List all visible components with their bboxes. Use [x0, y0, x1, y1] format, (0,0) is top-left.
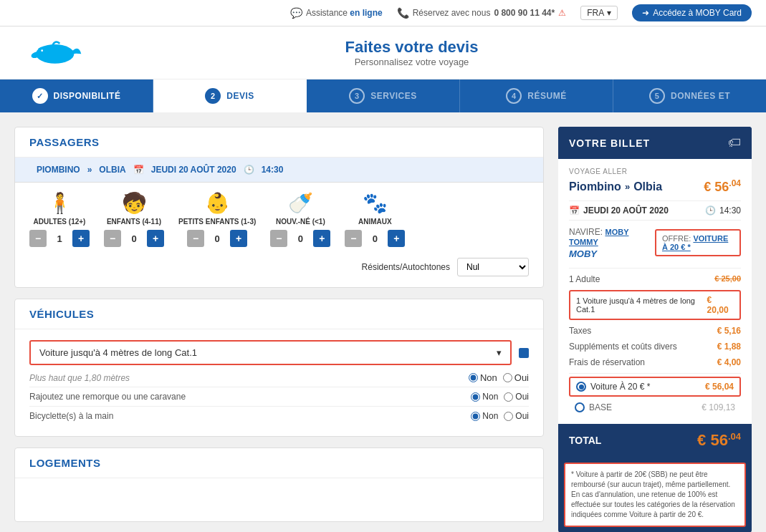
vehicle-dropdown[interactable]: Voiture jusqu'à 4 mètres de long Cat.1 ▾: [29, 340, 512, 365]
step-3-services[interactable]: 3 SERVICES: [307, 79, 460, 112]
adultes-counter: − 1 +: [29, 230, 90, 247]
logements-empty: [15, 478, 543, 521]
vehicules-title: VÉHICULES: [29, 308, 529, 320]
step-3-label: SERVICES: [370, 91, 416, 101]
svg-point-2: [41, 49, 43, 52]
dropdown-arrow-icon: ▾: [497, 347, 502, 358]
step-4-circle: 4: [506, 88, 522, 104]
remorque-oui-radio[interactable]: Oui: [504, 392, 529, 402]
offre-box: OFFRE: VOITURE À 20 € *: [655, 229, 741, 256]
vehicle-selected-label: Voiture jusqu'à 4 mètres de long Cat.1: [39, 347, 197, 358]
option1-radio-dot[interactable]: [576, 382, 586, 392]
navire-label: NAVIRE: MOBY TOMMY: [569, 227, 655, 247]
remorque-label: Rajoutez une remorque ou une caravane: [29, 392, 464, 402]
nouveau-ne-value: 0: [290, 233, 310, 244]
assistance-text: Assistance en ligne: [306, 8, 383, 18]
moby-card-button[interactable]: ➜ Accédez à MOBY Card: [632, 4, 752, 21]
top-bar: 💬 Assistance en ligne 📞 Réservez avec no…: [0, 0, 766, 26]
step-1-label: DISPONIBILITÉ: [54, 91, 121, 101]
frais-label: Frais de réservation: [569, 357, 645, 367]
billet-total-row: TOTAL € 56.04: [558, 424, 752, 457]
height-oui-input[interactable]: [503, 373, 512, 382]
enfants-minus-button[interactable]: −: [104, 230, 121, 247]
height-oui-label: Oui: [514, 372, 529, 383]
voiture-label: 1 Voiture jusqu'à 4 mètres de long Cat.1: [576, 296, 707, 314]
animaux-minus-button[interactable]: −: [345, 230, 362, 247]
vehicules-section: VÉHICULES Voiture jusqu'à 4 mètres de lo…: [14, 299, 544, 437]
taxes-row: Taxes € 5,16: [569, 323, 741, 339]
option2-price: € 109,13: [702, 402, 735, 412]
adultes-minus-button[interactable]: −: [29, 230, 47, 247]
language-selector[interactable]: FRA ▾: [580, 6, 618, 20]
warning-icon: ⚠: [558, 8, 566, 18]
height-non-radio[interactable]: Non: [469, 372, 497, 383]
assistance-bold: en ligne: [350, 8, 382, 18]
page-subtitle: Personnalisez votre voyage: [86, 57, 737, 67]
height-oui-radio[interactable]: Oui: [503, 372, 529, 383]
voiture-price-row: 1 Voiture jusqu'à 4 mètres de long Cat.1…: [569, 290, 741, 320]
voyage-arrow: »: [625, 181, 630, 192]
passenger-type-petits-enfants: 👶 PETITS ENFANTS (1-3) − 0 +: [178, 193, 256, 247]
animaux-counter: − 0 +: [345, 230, 405, 247]
phone-prefix: Réservez avec nous: [413, 8, 491, 18]
logements-title: LOGEMENTS: [29, 457, 529, 469]
remorque-non-input[interactable]: [471, 392, 480, 402]
bicyclette-oui-input[interactable]: [504, 412, 513, 421]
bicyclette-row: Bicyclette(s) à la main Non Oui: [29, 406, 529, 425]
bicyclette-non-radio[interactable]: Non: [471, 411, 498, 421]
logements-section: LOGEMENTS: [14, 448, 544, 522]
enfants-icon: 🧒: [122, 193, 147, 213]
voyage-route-name: Piombino » Olbia: [569, 180, 662, 193]
billet-body: VOYAGE ALLER Piombino » Olbia € 56.04 📅 …: [558, 159, 752, 424]
adultes-plus-button[interactable]: +: [72, 230, 90, 247]
adulte-price-row: 1 Adulte € 25,00: [569, 271, 741, 287]
residents-label: Résidents/Autochtones: [362, 262, 450, 272]
petits-enfants-icon: 👶: [205, 193, 230, 213]
enfants-plus-button[interactable]: +: [147, 230, 164, 247]
remorque-non-label: Non: [482, 392, 498, 402]
enfants-counter: − 0 +: [104, 230, 164, 247]
nouveau-ne-plus-button[interactable]: +: [313, 230, 330, 247]
passagers-title: PASSAGERS: [29, 136, 529, 148]
option2-label: BASE: [589, 402, 612, 412]
clock-icon: 🕒: [244, 165, 254, 175]
petits-enfants-plus-button[interactable]: +: [230, 230, 247, 247]
height-non-input[interactable]: [469, 373, 478, 382]
step-5-donnees[interactable]: 5 DONNÉES ET: [613, 79, 766, 112]
route-time: 14:30: [262, 165, 284, 175]
petits-enfants-label: PETITS ENFANTS (1-3): [178, 218, 256, 226]
nouveau-ne-label: NOUV.-NÉ (<1): [276, 218, 325, 226]
option1-label: Voiture À 20 € *: [590, 382, 650, 392]
phone-number: 0 800 90 11 44*: [494, 8, 555, 18]
billet-date-row: 📅 JEUDI 20 AOÛT 2020 🕒 14:30: [569, 200, 741, 220]
bicyclette-non-input[interactable]: [471, 412, 480, 421]
assistance-item: 💬 Assistance en ligne: [290, 7, 383, 19]
taxes-amount: € 5,16: [717, 326, 741, 336]
route-arrow-icon: »: [87, 165, 92, 175]
supplements-row: Suppléments et coûts divers € 1,88: [569, 339, 741, 354]
option2-radio-dot[interactable]: [575, 402, 585, 412]
animaux-plus-button[interactable]: +: [388, 230, 405, 247]
remorque-non-radio[interactable]: Non: [471, 392, 498, 402]
nouveau-ne-minus-button[interactable]: −: [270, 230, 287, 247]
left-panel: PASSAGERS PIOMBINO » OLBIA 📅 JEUDI 20 AO…: [14, 127, 544, 522]
option-base-row: BASE € 109,13: [569, 400, 741, 415]
animaux-value: 0: [365, 233, 385, 244]
voyage-route: Piombino » Olbia € 56.04: [569, 178, 741, 195]
step-navigation: ✓ DISPONIBILITÉ 2 DEVIS 3 SERVICES 4 RÉS…: [0, 79, 766, 112]
total-price: € 56.04: [697, 431, 741, 450]
residents-select[interactable]: Nul: [457, 258, 529, 276]
phone-item: 📞 Réservez avec nous 0 800 90 11 44* ⚠: [397, 7, 566, 19]
calendar-billet-icon: 📅: [569, 205, 580, 216]
adulte-label: 1 Adulte: [569, 274, 600, 284]
step-2-devis[interactable]: 2 DEVIS: [153, 79, 307, 112]
vehicules-header: VÉHICULES: [15, 299, 543, 329]
step-4-resume[interactable]: 4 RÉSUMÉ: [460, 79, 613, 112]
step-1-disponibilite[interactable]: ✓ DISPONIBILITÉ: [0, 79, 153, 112]
voyage-label: VOYAGE ALLER: [569, 168, 741, 175]
remorque-oui-input[interactable]: [504, 392, 513, 402]
ticket-icon: 🏷: [728, 135, 741, 150]
petits-enfants-minus-button[interactable]: −: [187, 230, 204, 247]
bicyclette-oui-radio[interactable]: Oui: [504, 411, 529, 421]
remorque-oui-label: Oui: [515, 392, 529, 402]
